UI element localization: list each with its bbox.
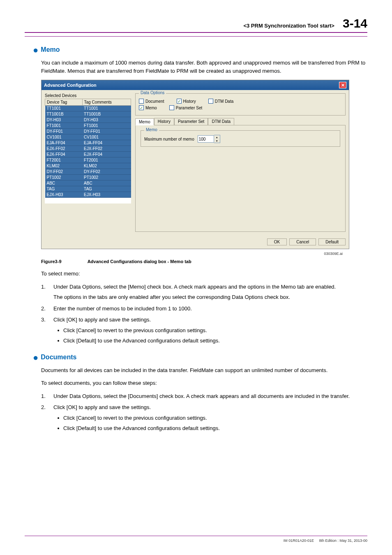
tag-comments-cell: EJA-FF04 (82, 140, 131, 146)
ok-button[interactable]: OK (267, 238, 287, 245)
close-icon[interactable]: ✕ (339, 82, 346, 88)
memo-group-title: Memo (144, 127, 159, 132)
step-text: Click [OK] to apply and save the setting… (53, 317, 151, 323)
document-checkbox[interactable] (139, 99, 144, 104)
documents-heading-text: Documents (41, 354, 76, 361)
table-row[interactable]: FT1001FT1001 (45, 123, 131, 129)
sub-bullet-item: Click [Default] to use the Advanced conf… (53, 337, 367, 345)
list-item: 1.Under Data Options, select the [Docume… (41, 392, 367, 400)
tab-content: Memo Maximum number of memo ▲ ▼ (135, 125, 346, 232)
tag-comments-cell: EJX-FF04 (82, 152, 131, 157)
memo-steps-intro: To select memo: (41, 270, 367, 278)
footer-edition: 8th Edition : May 31, 2013-00 (319, 539, 367, 543)
footer-doc-id: IM 01R01A20-01E (284, 539, 314, 543)
step-text: Under Data Options, select the [Document… (53, 393, 350, 399)
default-button[interactable]: Default (318, 238, 346, 245)
device-tag-cell: ABC (45, 180, 83, 186)
history-checkbox[interactable]: ✓ (177, 99, 182, 104)
selected-devices-label: Selected Devices (45, 93, 131, 98)
sub-bullet-text: Click [Default] to use the Advanced conf… (63, 424, 220, 432)
device-tag-cell: KLM02 (45, 163, 83, 169)
figure-ref: 030309E.ai (25, 252, 343, 256)
tag-comments-cell: ABC (82, 180, 131, 186)
memo-label: Memo (145, 106, 157, 110)
header-rule-thin (25, 36, 367, 37)
memo-checkbox[interactable]: ✓ (139, 105, 144, 110)
table-row[interactable]: FT2001FT2001 (45, 157, 131, 163)
list-item: 1.Under Data Options, select the [Memo] … (41, 283, 367, 301)
device-tag-cell: CV1001 (45, 134, 83, 140)
col-device-tag[interactable]: Device Tag (45, 99, 83, 106)
footer: IM 01R01A20-01E 8th Edition : May 31, 20… (25, 536, 367, 543)
bullet-icon (58, 330, 59, 331)
documents-steps-list: 1.Under Data Options, select the [Docume… (41, 392, 367, 435)
step-text: Click [OK] to apply and save the setting… (53, 404, 151, 410)
figure-label: Figure3-9 (41, 259, 86, 264)
dialog-titlebar: Advanced Configuration ✕ (42, 80, 349, 90)
device-tag-cell: EJX-H03 (45, 192, 83, 198)
table-row[interactable]: DY-FF01DY-FF01 (45, 129, 131, 134)
device-tag-cell: FT2001 (45, 157, 83, 163)
dtm-data-checkbox[interactable] (208, 99, 213, 104)
table-row[interactable]: TAGTAG (45, 186, 131, 192)
header-section: <3 PRM Synchronization Tool start> (243, 23, 334, 29)
table-row[interactable]: PT1002PT1002 (45, 175, 131, 180)
cancel-button[interactable]: Cancel (289, 238, 316, 245)
table-row[interactable]: TT1001TT1001 (45, 106, 131, 111)
tag-comments-cell: DY-H03 (82, 117, 131, 123)
bullet-icon: ● (33, 352, 38, 363)
table-row[interactable]: CV1001CV1001 (45, 134, 131, 140)
tab-memo[interactable]: Memo (135, 118, 154, 125)
step-text: Under Data Options, select the [Memo] ch… (53, 284, 336, 290)
documents-intro: Documents for all devices can be include… (41, 366, 367, 375)
tab-parameter-set[interactable]: Parameter Set (174, 118, 208, 125)
tabs: Memo History Parameter Set DTM Data (135, 118, 346, 125)
spinner-up-icon[interactable]: ▲ (214, 135, 220, 139)
memo-group: Memo Maximum number of memo ▲ ▼ (141, 130, 340, 147)
max-memo-input[interactable] (198, 135, 214, 143)
step-number: 1. (41, 392, 53, 400)
figure-caption: Figure3-9 Advanced Configurations dialog… (41, 259, 367, 264)
bullet-icon (58, 340, 59, 342)
table-row[interactable]: EJX-FF04EJX-FF04 (45, 152, 131, 157)
device-tag-cell: TT1001B (45, 111, 83, 117)
table-row[interactable]: KLM02KLM02 (45, 163, 131, 169)
spinner-down-icon[interactable]: ▼ (214, 139, 220, 143)
table-row[interactable]: TT1001BTT1001B (45, 111, 131, 117)
dtm-data-label: DTM Data (215, 99, 234, 104)
dialog-title: Advanced Configuration (44, 83, 97, 88)
device-tag-cell: EJX-FF02 (45, 146, 83, 152)
memo-intro: You can include a maximum of 1000 memos … (41, 59, 367, 75)
tag-comments-cell: KLM02 (82, 163, 131, 169)
table-row[interactable]: DY-FF02DY-FF02 (45, 169, 131, 175)
tag-comments-cell: EJX-FF02 (82, 146, 131, 152)
header-rule-top (25, 32, 367, 33)
bullet-icon: ● (33, 45, 38, 55)
step-number: 2. (41, 305, 53, 313)
device-tag-cell: PT1002 (45, 175, 83, 180)
footer-rule (25, 536, 367, 536)
list-item: 3.Click [OK] to apply and save the setti… (41, 316, 367, 347)
bullet-icon (58, 428, 59, 429)
memo-heading-text: Memo (41, 46, 60, 53)
table-row[interactable]: ABCABC (45, 180, 131, 186)
memo-heading: ●Memo (33, 45, 367, 56)
sub-bullet-item: Click [Cancel] to revert to the previous… (53, 414, 367, 422)
tag-comments-cell: CV1001 (82, 134, 131, 140)
advanced-config-dialog: Advanced Configuration ✕ Selected Device… (41, 80, 349, 249)
table-row[interactable]: EJX-H03EJX-H03 (45, 192, 131, 198)
table-row[interactable]: EJX-FF02EJX-FF02 (45, 146, 131, 152)
tab-dtm-data[interactable]: DTM Data (208, 118, 234, 125)
col-tag-comments[interactable]: Tag Comments (82, 99, 131, 106)
device-tag-cell: DY-FF02 (45, 169, 83, 175)
table-row[interactable]: DY-H03DY-H03 (45, 117, 131, 123)
documents-heading: ●Documents (33, 352, 367, 363)
sub-bullet-text: Click [Default] to use the Advanced conf… (63, 337, 220, 345)
parameter-set-checkbox[interactable] (169, 105, 174, 110)
max-memo-label: Maximum number of memo (144, 137, 194, 141)
list-item: 2.Click [OK] to apply and save the setti… (41, 403, 367, 435)
tag-comments-cell: EJX-H03 (82, 192, 131, 198)
step-number: 1. (41, 283, 53, 301)
tab-history[interactable]: History (154, 118, 174, 125)
table-row[interactable]: EJA-FF04EJA-FF04 (45, 140, 131, 146)
